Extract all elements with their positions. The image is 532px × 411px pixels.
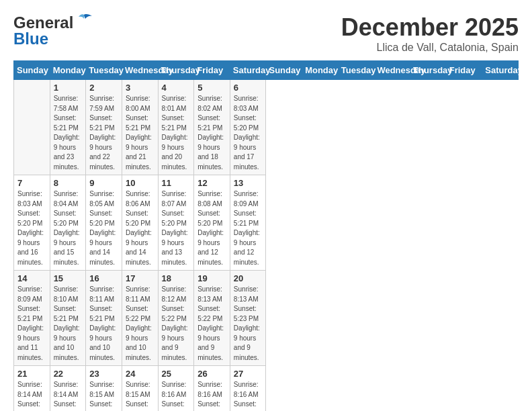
calendar-cell: 7Sunrise: 8:03 AM Sunset: 5:20 PM Daylig… bbox=[14, 175, 50, 271]
day-number: 11 bbox=[162, 178, 191, 188]
col-header-sunday: Sunday bbox=[266, 61, 302, 80]
calendar-header-row: SundayMondayTuesdayWednesdayThursdayFrid… bbox=[14, 61, 519, 80]
calendar-cell: 11Sunrise: 8:07 AM Sunset: 5:20 PM Dayli… bbox=[158, 175, 194, 271]
calendar-cell: 5Sunrise: 8:02 AM Sunset: 5:21 PM Daylig… bbox=[194, 80, 230, 175]
calendar-cell: 25Sunrise: 8:16 AM Sunset: 5:25 PM Dayli… bbox=[158, 366, 194, 412]
day-info: Sunrise: 8:04 AM Sunset: 5:20 PM Dayligh… bbox=[54, 189, 83, 267]
day-number: 20 bbox=[234, 273, 263, 283]
page-header: General Blue December 2025 Llica de Vall… bbox=[13, 13, 519, 54]
calendar-cell: 21Sunrise: 8:14 AM Sunset: 5:23 PM Dayli… bbox=[14, 366, 50, 412]
day-number: 7 bbox=[17, 178, 46, 188]
calendar-cell: 6Sunrise: 8:03 AM Sunset: 5:20 PM Daylig… bbox=[230, 80, 266, 175]
calendar-cell: 1Sunrise: 7:58 AM Sunset: 5:21 PM Daylig… bbox=[50, 80, 86, 175]
day-info: Sunrise: 8:06 AM Sunset: 5:20 PM Dayligh… bbox=[126, 189, 154, 267]
calendar-cell: 27Sunrise: 8:16 AM Sunset: 5:27 PM Dayli… bbox=[230, 366, 266, 412]
day-number: 9 bbox=[89, 178, 118, 188]
calendar-cell: 26Sunrise: 8:16 AM Sunset: 5:26 PM Dayli… bbox=[194, 366, 230, 412]
col-header-tuesday: Tuesday bbox=[338, 61, 374, 80]
calendar-cell: 4Sunrise: 8:01 AM Sunset: 5:21 PM Daylig… bbox=[158, 80, 194, 175]
week-row-2: 7Sunrise: 8:03 AM Sunset: 5:20 PM Daylig… bbox=[14, 175, 519, 271]
day-info: Sunrise: 8:16 AM Sunset: 5:25 PM Dayligh… bbox=[162, 380, 191, 411]
day-info: Sunrise: 8:07 AM Sunset: 5:20 PM Dayligh… bbox=[162, 189, 191, 267]
day-number: 22 bbox=[54, 369, 83, 379]
calendar-cell: 24Sunrise: 8:15 AM Sunset: 5:25 PM Dayli… bbox=[122, 366, 158, 412]
calendar-cell: 13Sunrise: 8:09 AM Sunset: 5:21 PM Dayli… bbox=[230, 175, 266, 271]
calendar-cell: 14Sunrise: 8:09 AM Sunset: 5:21 PM Dayli… bbox=[14, 271, 50, 366]
day-info: Sunrise: 8:15 AM Sunset: 5:24 PM Dayligh… bbox=[89, 380, 118, 411]
day-info: Sunrise: 7:58 AM Sunset: 5:21 PM Dayligh… bbox=[54, 94, 83, 172]
day-number: 26 bbox=[197, 369, 226, 379]
calendar-cell: 8Sunrise: 8:04 AM Sunset: 5:20 PM Daylig… bbox=[50, 175, 86, 271]
calendar-cell bbox=[14, 80, 50, 175]
day-number: 23 bbox=[89, 369, 118, 379]
day-info: Sunrise: 8:00 AM Sunset: 5:21 PM Dayligh… bbox=[126, 94, 154, 172]
calendar-cell: 3Sunrise: 8:00 AM Sunset: 5:21 PM Daylig… bbox=[122, 80, 158, 175]
day-number: 3 bbox=[126, 83, 154, 93]
calendar-cell: 16Sunrise: 8:11 AM Sunset: 5:21 PM Dayli… bbox=[86, 271, 122, 366]
day-info: Sunrise: 8:14 AM Sunset: 5:23 PM Dayligh… bbox=[17, 380, 46, 411]
calendar-cell: 20Sunrise: 8:13 AM Sunset: 5:23 PM Dayli… bbox=[230, 271, 266, 366]
col-header-monday: Monday bbox=[50, 61, 86, 80]
day-info: Sunrise: 8:15 AM Sunset: 5:25 PM Dayligh… bbox=[126, 380, 154, 411]
day-info: Sunrise: 8:11 AM Sunset: 5:21 PM Dayligh… bbox=[89, 285, 118, 363]
day-info: Sunrise: 8:03 AM Sunset: 5:20 PM Dayligh… bbox=[234, 94, 263, 172]
day-info: Sunrise: 8:11 AM Sunset: 5:22 PM Dayligh… bbox=[126, 285, 154, 363]
day-info: Sunrise: 8:05 AM Sunset: 5:20 PM Dayligh… bbox=[89, 189, 118, 267]
title-block: December 2025 Llica de Vall, Catalonia, … bbox=[341, 13, 519, 54]
day-info: Sunrise: 8:03 AM Sunset: 5:20 PM Dayligh… bbox=[17, 189, 46, 267]
day-number: 6 bbox=[234, 83, 263, 93]
day-number: 24 bbox=[126, 369, 154, 379]
calendar-cell: 22Sunrise: 8:14 AM Sunset: 5:24 PM Dayli… bbox=[50, 366, 86, 412]
col-header-sunday: Sunday bbox=[14, 61, 50, 80]
day-number: 21 bbox=[17, 369, 46, 379]
col-header-thursday: Thursday bbox=[410, 61, 447, 80]
calendar-table: SundayMondayTuesdayWednesdayThursdayFrid… bbox=[13, 60, 519, 411]
day-number: 13 bbox=[234, 178, 263, 188]
day-info: Sunrise: 8:10 AM Sunset: 5:21 PM Dayligh… bbox=[54, 285, 83, 363]
day-info: Sunrise: 8:16 AM Sunset: 5:26 PM Dayligh… bbox=[197, 380, 226, 411]
calendar-cell: 15Sunrise: 8:10 AM Sunset: 5:21 PM Dayli… bbox=[50, 271, 86, 366]
day-number: 14 bbox=[17, 273, 46, 283]
day-number: 16 bbox=[89, 273, 118, 283]
day-info: Sunrise: 7:59 AM Sunset: 5:21 PM Dayligh… bbox=[89, 94, 118, 172]
col-header-wednesday: Wednesday bbox=[122, 61, 158, 80]
col-header-tuesday: Tuesday bbox=[86, 61, 122, 80]
day-number: 27 bbox=[234, 369, 263, 379]
calendar-cell: 10Sunrise: 8:06 AM Sunset: 5:20 PM Dayli… bbox=[122, 175, 158, 271]
day-info: Sunrise: 8:09 AM Sunset: 5:21 PM Dayligh… bbox=[17, 285, 46, 363]
week-row-3: 14Sunrise: 8:09 AM Sunset: 5:21 PM Dayli… bbox=[14, 271, 519, 366]
day-info: Sunrise: 8:13 AM Sunset: 5:23 PM Dayligh… bbox=[234, 285, 263, 363]
location: Llica de Vall, Catalonia, Spain bbox=[341, 42, 519, 54]
week-row-1: 1Sunrise: 7:58 AM Sunset: 5:21 PM Daylig… bbox=[14, 80, 519, 175]
day-number: 5 bbox=[197, 83, 226, 93]
week-row-4: 21Sunrise: 8:14 AM Sunset: 5:23 PM Dayli… bbox=[14, 366, 519, 412]
logo-bird-icon bbox=[75, 13, 93, 28]
day-info: Sunrise: 8:01 AM Sunset: 5:21 PM Dayligh… bbox=[162, 94, 191, 172]
day-info: Sunrise: 8:09 AM Sunset: 5:21 PM Dayligh… bbox=[234, 189, 263, 267]
day-number: 15 bbox=[54, 273, 83, 283]
month-title: December 2025 bbox=[341, 13, 519, 42]
day-number: 10 bbox=[126, 178, 154, 188]
day-info: Sunrise: 8:02 AM Sunset: 5:21 PM Dayligh… bbox=[197, 94, 226, 172]
calendar-cell: 17Sunrise: 8:11 AM Sunset: 5:22 PM Dayli… bbox=[122, 271, 158, 366]
col-header-wednesday: Wednesday bbox=[374, 61, 410, 80]
day-number: 19 bbox=[197, 273, 226, 283]
day-info: Sunrise: 8:14 AM Sunset: 5:24 PM Dayligh… bbox=[54, 380, 83, 411]
day-number: 12 bbox=[197, 178, 226, 188]
col-header-saturday: Saturday bbox=[230, 61, 266, 80]
day-number: 4 bbox=[162, 83, 191, 93]
day-info: Sunrise: 8:08 AM Sunset: 5:20 PM Dayligh… bbox=[197, 189, 226, 267]
calendar-cell: 23Sunrise: 8:15 AM Sunset: 5:24 PM Dayli… bbox=[86, 366, 122, 412]
logo-blue: Blue bbox=[13, 30, 48, 48]
day-info: Sunrise: 8:16 AM Sunset: 5:27 PM Dayligh… bbox=[234, 380, 263, 411]
day-number: 2 bbox=[89, 83, 118, 93]
col-header-thursday: Thursday bbox=[158, 61, 194, 80]
col-header-friday: Friday bbox=[194, 61, 230, 80]
day-number: 8 bbox=[54, 178, 83, 188]
day-number: 17 bbox=[126, 273, 154, 283]
calendar-cell: 12Sunrise: 8:08 AM Sunset: 5:20 PM Dayli… bbox=[194, 175, 230, 271]
col-header-saturday: Saturday bbox=[482, 61, 519, 80]
day-info: Sunrise: 8:12 AM Sunset: 5:22 PM Dayligh… bbox=[162, 285, 191, 363]
day-number: 1 bbox=[54, 83, 83, 93]
col-header-monday: Monday bbox=[302, 61, 339, 80]
